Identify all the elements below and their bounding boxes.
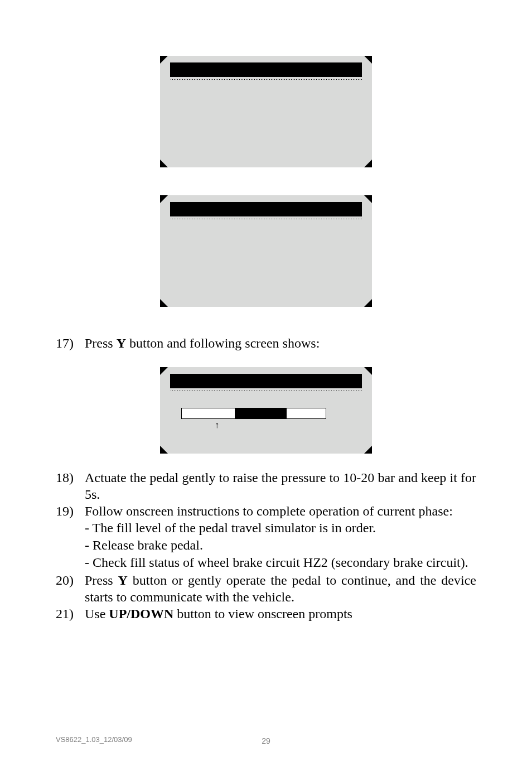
corner-decoration: [160, 195, 168, 203]
screen-inner: [170, 62, 362, 161]
dotted-separator: [170, 79, 362, 81]
step-number: 18): [56, 469, 85, 503]
step-19: 19) Follow onscreen instructions to comp…: [56, 503, 476, 519]
step-17: 17) Press Y button and following screen …: [56, 335, 476, 351]
step-19-sub3: - Check fill status of wheel brake circu…: [85, 554, 476, 571]
title-bar: [170, 202, 362, 216]
corner-decoration: [160, 160, 168, 167]
footer-doc-id: VS8622_1.03_12/03/09: [56, 735, 132, 744]
progress-segment-white: [182, 408, 235, 418]
corner-decoration: [364, 56, 372, 64]
step-21: 21) Use UP/DOWN button to view onscreen …: [56, 605, 476, 622]
device-screen-1: [160, 56, 372, 167]
title-bar: [170, 62, 362, 77]
corner-decoration: [160, 446, 168, 454]
corner-decoration: [364, 299, 372, 307]
text-segment: button or gently operate the pedal to co…: [85, 573, 476, 604]
text-segment: button and following screen shows:: [126, 336, 320, 350]
progress-segment-white: [287, 408, 326, 418]
screen-inner: [170, 202, 362, 300]
step-number: 20): [56, 572, 85, 605]
step-20: 20) Press Y button or gently operate the…: [56, 572, 476, 605]
progress-bar: [181, 408, 326, 419]
step-18: 18) Actuate the pedal gently to raise th…: [56, 469, 476, 503]
step-number: 21): [56, 605, 85, 622]
text-segment: button to view onscreen prompts: [173, 606, 352, 621]
screen-inner: ↑: [170, 374, 362, 447]
corner-decoration: [364, 160, 372, 167]
corner-decoration: [364, 195, 372, 203]
text-segment: Press: [85, 336, 117, 350]
dotted-separator: [170, 390, 362, 392]
step-text: Press Y button and following screen show…: [85, 335, 476, 351]
text-segment: Press: [85, 573, 118, 587]
step-19-sub1: - The fill level of the pedal travel sim…: [85, 519, 476, 537]
text-segment: Use: [85, 606, 109, 621]
device-screen-2: [160, 195, 372, 307]
step-text: Use UP/DOWN button to view onscreen prom…: [85, 605, 476, 622]
title-bar: [170, 374, 362, 388]
corner-decoration: [364, 446, 372, 454]
up-arrow-icon: ↑: [215, 420, 362, 430]
corner-decoration: [160, 367, 168, 375]
step-text: Follow onscreen instructions to complete…: [85, 503, 476, 519]
step-number: 19): [56, 503, 85, 519]
device-screen-3: ↑: [160, 367, 372, 454]
step-text: Press Y button or gently operate the ped…: [85, 572, 476, 605]
bold-key: Y: [118, 573, 128, 587]
corner-decoration: [160, 56, 168, 64]
step-19-sub2: - Release brake pedal.: [85, 537, 476, 554]
corner-decoration: [160, 299, 168, 307]
bold-key: Y: [117, 336, 126, 350]
bold-key: UP/DOWN: [109, 606, 173, 621]
dotted-separator: [170, 218, 362, 220]
page-number: 29: [262, 736, 270, 745]
step-text: Actuate the pedal gently to raise the pr…: [85, 469, 476, 503]
corner-decoration: [364, 367, 372, 375]
progress-segment-black: [235, 408, 287, 418]
step-number: 17): [56, 335, 85, 351]
page-footer: VS8622_1.03_12/03/09 29: [56, 735, 476, 744]
